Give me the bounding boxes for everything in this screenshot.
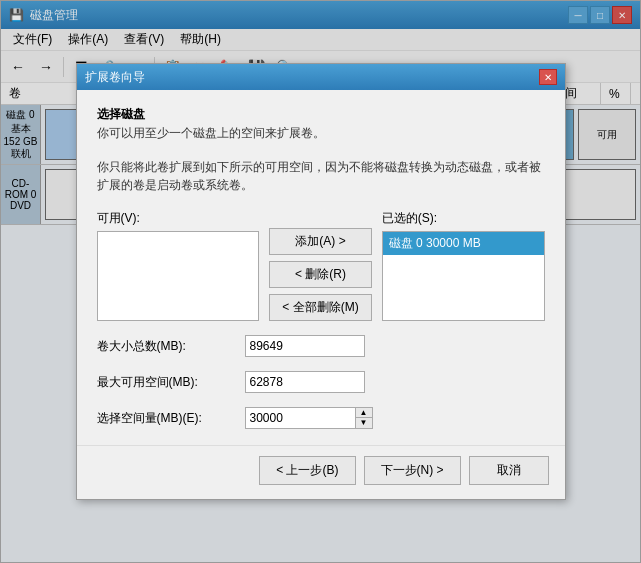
dialog: 扩展卷向导 ✕ 选择磁盘 你可以用至少一个磁盘上的空间来扩展卷。 你只能将此卷扩… (76, 63, 566, 500)
back-step-button[interactable]: < 上一步(B) (259, 456, 355, 485)
select-space-input[interactable] (245, 407, 355, 429)
section-desc: 你可以用至少一个磁盘上的空间来扩展卷。 (97, 125, 545, 142)
warning-text: 你只能将此卷扩展到如下所示的可用空间，因为不能将磁盘转换为动态磁盘，或者被扩展的… (97, 158, 545, 194)
dialog-footer: < 上一步(B) 下一步(N) > 取消 (77, 445, 565, 499)
spinner-wrap: ▲ ▼ (245, 407, 373, 429)
selected-section: 已选的(S): 磁盘 0 30000 MB (382, 210, 545, 321)
main-window: 💾 磁盘管理 ─ □ ✕ 文件(F) 操作(A) 查看(V) 帮助(H) ← →… (0, 0, 641, 563)
select-space-label: 选择空间量(MB)(E): (97, 410, 237, 427)
remove-all-button[interactable]: < 全部删除(M) (269, 294, 371, 321)
max-available-label: 最大可用空间(MB): (97, 374, 237, 391)
spinner-down-button[interactable]: ▼ (356, 418, 372, 428)
max-size-label: 卷大小总数(MB): (97, 338, 237, 355)
available-list[interactable] (97, 231, 260, 321)
selected-list[interactable]: 磁盘 0 30000 MB (382, 231, 545, 321)
section-title: 选择磁盘 (97, 106, 545, 123)
disk-selection-area: 可用(V): 添加(A) > < 删除(R) < 全部删除(M) 已选的(S):… (97, 210, 545, 321)
selected-item-0[interactable]: 磁盘 0 30000 MB (383, 232, 544, 255)
section-header: 选择磁盘 你可以用至少一个磁盘上的空间来扩展卷。 (97, 106, 545, 142)
add-button[interactable]: 添加(A) > (269, 228, 371, 255)
remove-button[interactable]: < 删除(R) (269, 261, 371, 288)
selected-label: 已选的(S): (382, 210, 545, 227)
dialog-content: 选择磁盘 你可以用至少一个磁盘上的空间来扩展卷。 你只能将此卷扩展到如下所示的可… (77, 90, 565, 445)
next-step-button[interactable]: 下一步(N) > (364, 456, 461, 485)
spinner-buttons: ▲ ▼ (355, 407, 373, 429)
dialog-close-button[interactable]: ✕ (539, 69, 557, 85)
select-space-row: 选择空间量(MB)(E): ▲ ▼ (97, 407, 545, 429)
max-size-row: 卷大小总数(MB): (97, 335, 545, 357)
dialog-title: 扩展卷向导 (85, 69, 145, 86)
available-section: 可用(V): (97, 210, 260, 321)
max-available-row: 最大可用空间(MB): (97, 371, 545, 393)
dialog-overlay: 扩展卷向导 ✕ 选择磁盘 你可以用至少一个磁盘上的空间来扩展卷。 你只能将此卷扩… (1, 1, 640, 562)
spinner-up-button[interactable]: ▲ (356, 408, 372, 418)
available-label: 可用(V): (97, 210, 260, 227)
max-size-input (245, 335, 365, 357)
dialog-title-bar: 扩展卷向导 ✕ (77, 64, 565, 90)
selection-buttons: 添加(A) > < 删除(R) < 全部删除(M) (269, 210, 371, 321)
cancel-button[interactable]: 取消 (469, 456, 549, 485)
max-available-input (245, 371, 365, 393)
